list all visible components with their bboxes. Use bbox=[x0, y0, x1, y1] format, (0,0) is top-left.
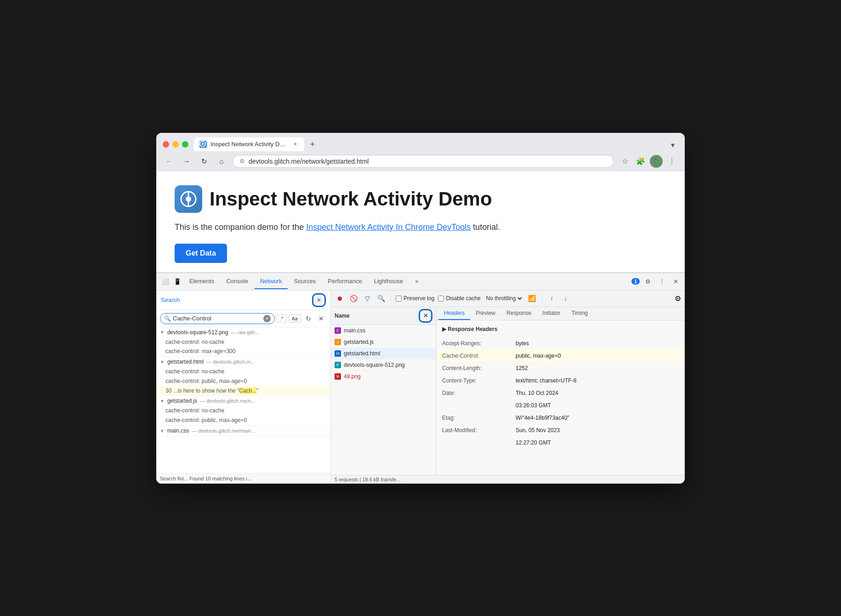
header-row: Last-Modified: Sun, 05 Nov 2023 bbox=[442, 424, 679, 437]
tab-close-button[interactable]: ✕ bbox=[291, 141, 299, 148]
import-har-button[interactable]: ↓ bbox=[561, 293, 571, 303]
back-button[interactable]: ← bbox=[163, 155, 176, 168]
file-item[interactable]: P devtools-square-512.png bbox=[331, 359, 436, 371]
file-list-header: Name ✕ bbox=[331, 307, 436, 325]
get-data-button[interactable]: Get Data bbox=[175, 244, 227, 263]
new-tab-button[interactable]: + bbox=[306, 138, 319, 151]
record-button[interactable]: ⏺ bbox=[335, 293, 345, 303]
search-refresh-button[interactable]: ↻ bbox=[303, 313, 314, 324]
search-result-filename[interactable]: ▼ main.css — devtools.glitch.me/main... bbox=[156, 426, 330, 436]
search-case-button[interactable]: Aa bbox=[289, 314, 301, 323]
description-suffix: tutorial. bbox=[473, 222, 500, 232]
search-clear-button[interactable]: ✕ bbox=[263, 315, 271, 322]
tab-title: Inspect Network Activity Dem bbox=[210, 141, 288, 148]
result-url: — devtools.glitch.me/n... bbox=[200, 398, 255, 404]
headers-panel: Headers Preview Response Initiator Timin… bbox=[437, 307, 685, 475]
bookmark-button[interactable]: ☆ bbox=[619, 155, 631, 168]
result-file-name: getstarted.html bbox=[167, 359, 204, 365]
network-settings-btn[interactable]: ⚙ bbox=[675, 294, 681, 303]
search-result-filename[interactable]: ▼ getstarted.js — devtools.glitch.me/n..… bbox=[156, 396, 330, 406]
header-key: Accept-Ranges: bbox=[442, 339, 516, 348]
devtools-settings-button[interactable]: ⚙ bbox=[642, 276, 653, 287]
search-network-button[interactable]: 🔍 bbox=[376, 293, 386, 303]
address-bar[interactable]: ⚙ devtools.glitch.me/network/getstarted.… bbox=[233, 155, 614, 168]
tab-overflow-button[interactable]: ▾ bbox=[667, 139, 678, 151]
file-item[interactable]: C main.css bbox=[331, 325, 436, 337]
tab-console[interactable]: Console bbox=[221, 274, 254, 289]
nav-actions: ☆ 🧩 🦎 ⋮ bbox=[619, 155, 678, 168]
profile-avatar[interactable]: 🦎 bbox=[650, 155, 663, 168]
js-file-icon: J bbox=[335, 339, 341, 345]
search-result-line: cache-control: max-age=300 bbox=[156, 347, 330, 356]
headers-tab[interactable]: Headers bbox=[438, 307, 470, 320]
preserve-log-label: Preserve log bbox=[403, 295, 434, 302]
inspect-element-icon[interactable]: ⬜ bbox=[160, 276, 171, 287]
result-url: — devtools.glitch.me/main... bbox=[192, 428, 255, 433]
file-item[interactable]: J getstarted.js bbox=[331, 337, 436, 348]
tab-performance[interactable]: Performance bbox=[322, 274, 367, 289]
forward-button[interactable]: → bbox=[180, 155, 193, 168]
search-close-button[interactable]: ✕ bbox=[314, 295, 324, 305]
devtools-close-button[interactable]: ✕ bbox=[670, 276, 681, 287]
reload-button[interactable]: ↻ bbox=[198, 155, 210, 168]
tab-more[interactable]: » bbox=[409, 274, 424, 289]
clear-button[interactable]: 🚫 bbox=[348, 293, 358, 303]
file-name: devtools-square-512.png bbox=[344, 362, 405, 368]
device-mode-icon[interactable]: 📱 bbox=[172, 276, 183, 287]
file-list-close-button[interactable]: ✕ bbox=[420, 311, 431, 321]
search-result-line: cache-control: public, max-age=0 bbox=[156, 416, 330, 425]
header-value: Thu, 10 Oct 2024 bbox=[516, 389, 558, 397]
tab-favicon-icon bbox=[199, 141, 207, 148]
filter-button[interactable]: ▽ bbox=[362, 293, 372, 303]
header-row: 03:26:03 GMT bbox=[442, 399, 679, 412]
tab-network[interactable]: Network bbox=[255, 274, 288, 289]
minimize-window-button[interactable] bbox=[172, 141, 179, 148]
close-window-button[interactable] bbox=[163, 141, 169, 148]
search-clear-all-button[interactable]: ✕ bbox=[316, 313, 327, 324]
search-close-highlight: ✕ bbox=[312, 293, 326, 307]
timing-tab[interactable]: Timing bbox=[566, 307, 593, 320]
header-key bbox=[442, 401, 516, 410]
wifi-button[interactable]: 📶 bbox=[527, 293, 537, 303]
search-input-box[interactable]: 🔍 Cache-Control ✕ bbox=[160, 313, 275, 324]
search-results: ▼ devtools-square-512.png — raw.gith... … bbox=[156, 327, 330, 473]
separator bbox=[542, 294, 542, 302]
response-tab[interactable]: Response bbox=[501, 307, 537, 320]
export-har-button[interactable]: ↑ bbox=[547, 293, 557, 303]
search-result-filename[interactable]: ▼ devtools-square-512.png — raw.gith... bbox=[156, 327, 330, 337]
maximize-window-button[interactable] bbox=[182, 141, 188, 148]
search-result-group: ▼ devtools-square-512.png — raw.gith... … bbox=[156, 327, 330, 357]
search-result-filename[interactable]: ▼ getstarted.html — devtools.glitch.m... bbox=[156, 357, 330, 367]
tab-lighthouse[interactable]: Lighthouse bbox=[369, 274, 409, 289]
search-regex-button[interactable]: .* bbox=[277, 314, 286, 323]
home-button[interactable]: ⌂ bbox=[215, 155, 228, 168]
devtools-more-button[interactable]: ⋮ bbox=[656, 276, 667, 287]
result-file-name: getstarted.js bbox=[167, 398, 197, 404]
nav-bar: ← → ↻ ⌂ ⚙ devtools.glitch.me/network/get… bbox=[156, 151, 685, 171]
more-options-button[interactable]: ⋮ bbox=[665, 155, 678, 168]
header-key bbox=[442, 439, 516, 447]
tab-elements[interactable]: Elements bbox=[184, 274, 220, 289]
disable-cache-checkbox[interactable] bbox=[438, 296, 444, 302]
initiator-tab[interactable]: Initiator bbox=[537, 307, 566, 320]
tutorial-link[interactable]: Inspect Network Activity In Chrome DevTo… bbox=[306, 222, 471, 232]
result-url: — devtools.glitch.m... bbox=[206, 359, 255, 365]
active-tab[interactable]: Inspect Network Activity Dem ✕ bbox=[194, 137, 304, 151]
throttle-select[interactable]: No throttling bbox=[484, 295, 523, 302]
preview-tab[interactable]: Preview bbox=[470, 307, 501, 320]
tab-sources[interactable]: Sources bbox=[289, 274, 322, 289]
header-row: 12:27:20 GMT bbox=[442, 437, 679, 449]
file-item-selected[interactable]: H getstarted.html bbox=[331, 348, 436, 359]
file-list-close-highlight: ✕ bbox=[419, 309, 432, 323]
file-item[interactable]: ✕ 48.png bbox=[331, 371, 436, 382]
preserve-log-checkbox[interactable] bbox=[396, 296, 402, 302]
search-label: Search bbox=[161, 297, 180, 303]
file-list: Name ✕ C main.css bbox=[331, 307, 437, 475]
search-close-container: ✕ bbox=[312, 293, 326, 307]
header-row: Accept-Ranges: bytes bbox=[442, 337, 679, 350]
collapse-icon: ▼ bbox=[160, 359, 165, 365]
extensions-button[interactable]: 🧩 bbox=[634, 155, 647, 168]
file-list-area: Name ✕ C main.css bbox=[331, 307, 685, 475]
highlight-text: Cach... bbox=[239, 388, 256, 394]
file-name: main.css bbox=[344, 327, 365, 334]
